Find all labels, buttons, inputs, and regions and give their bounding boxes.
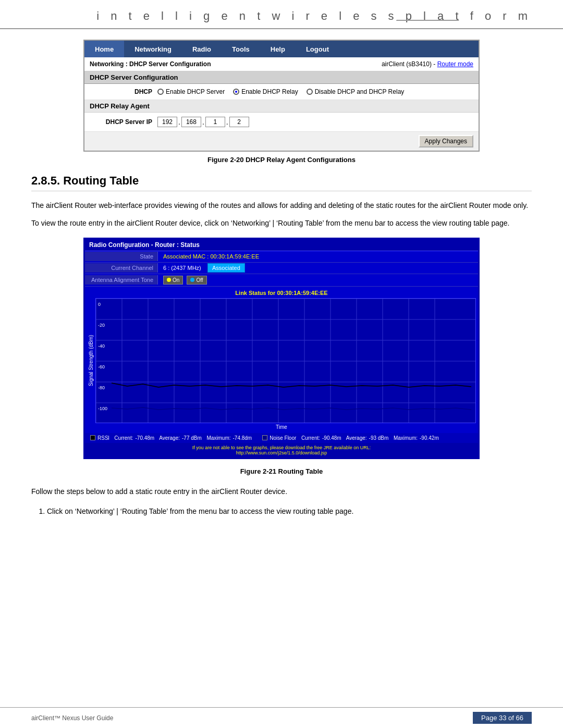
- svg-text:-80: -80: [98, 385, 105, 390]
- chart-note-2: http://www.sun.com/j2se/1.5.0/download.j…: [87, 450, 476, 455]
- antenna-on-dot: [167, 278, 171, 282]
- legend-rssi: RSSl Current: -70.48m Average: -77 dBm M…: [90, 435, 252, 441]
- svg-text:0: 0: [98, 302, 101, 307]
- routing-antenna-row: Antenna Alignment Tone On Off: [85, 274, 478, 287]
- chart-area: Link Status for 00:30:1A:59:4E:EE Signal…: [85, 287, 478, 433]
- dhcp-radio-disable-label: Disable DHCP and DHCP Relay: [315, 88, 405, 95]
- chart-note: If you are not able to see the graphs, p…: [85, 443, 478, 458]
- section-heading: 2.8.5. Routing Table: [31, 174, 532, 191]
- associated-badge: Associated: [207, 263, 245, 273]
- routing-state-row: State Associated MAC : 00:30:1A:59:4E:EE: [85, 251, 478, 263]
- legend-noise-label: Noise Floor: [270, 435, 296, 441]
- breadcrumb-right-text: airClient (sB3410) -: [382, 60, 437, 68]
- nav-radio[interactable]: Radio: [182, 41, 222, 57]
- page-footer: airClient™ Nexus User Guide Page 33 of 6…: [0, 707, 563, 728]
- breadcrumb-right: airClient (sB3410) - Router mode: [382, 60, 473, 68]
- svg-text:-100: -100: [98, 406, 107, 411]
- dhcp-server-ip-row: DHCP Server IP . . .: [84, 113, 479, 132]
- ui-actions-bar: Apply Changes: [84, 132, 479, 151]
- svg-text:-20: -20: [98, 323, 105, 328]
- footer-left: airClient™ Nexus User Guide: [31, 714, 113, 722]
- ip-octet-1[interactable]: [157, 117, 177, 127]
- dhcp-radio-enable-server[interactable]: Enable DHCP Server: [157, 88, 225, 95]
- radio-enable-relay-icon[interactable]: [233, 89, 239, 95]
- chart-legend: RSSl Current: -70.48m Average: -77 dBm M…: [85, 433, 478, 443]
- nav-tools[interactable]: Tools: [222, 41, 260, 57]
- antenna-off-dot: [190, 278, 194, 282]
- page-header: i n t e l l i g e n t w i r e l e s s p …: [0, 0, 563, 29]
- chart-inner: 0 -20 -40 -60 -80 -100: [95, 298, 476, 423]
- nav-networking[interactable]: Networking: [124, 41, 182, 57]
- radio-disable-icon[interactable]: [307, 89, 313, 95]
- chart-svg: 0 -20 -40 -60 -80 -100: [96, 299, 475, 423]
- ip-dot-1: .: [178, 118, 180, 126]
- routing-channel-label: Current Channel: [85, 263, 158, 273]
- legend-rssi-average: -77 dBm: [182, 435, 202, 441]
- dhcp-form-row: DHCP Enable DHCP Server Enable DHCP Rela…: [84, 84, 479, 100]
- antenna-off-button[interactable]: Off: [187, 276, 206, 285]
- ip-octet-4[interactable]: [229, 117, 249, 127]
- svg-text:-60: -60: [98, 364, 105, 369]
- antenna-on-button[interactable]: On: [163, 276, 183, 285]
- legend-noise-average: -93 dBm: [369, 435, 389, 441]
- nav-help[interactable]: Help: [260, 41, 296, 57]
- legend-rssi-label: RSSl: [97, 435, 109, 441]
- dhcp-server-ip-input: . . .: [157, 117, 249, 127]
- dhcp-radio-group: Enable DHCP Server Enable DHCP Relay Dis…: [157, 88, 404, 95]
- apply-changes-button[interactable]: Apply Changes: [419, 135, 473, 147]
- ip-dot-3: .: [226, 118, 228, 126]
- dhcp-radio-enable-relay-label: Enable DHCP Relay: [241, 88, 298, 95]
- routing-state-label: State: [85, 252, 158, 261]
- ip-dot-2: .: [202, 118, 204, 126]
- step-1: Click on ‘Networking’ | ‘Routing Table’ …: [47, 505, 532, 517]
- router-mode-link[interactable]: Router mode: [437, 60, 473, 68]
- chart-container: Signal Strength (dBm): [87, 298, 476, 423]
- dhcp-radio-enable-server-label: Enable DHCP Server: [166, 88, 225, 95]
- legend-noise-icon: [262, 435, 267, 440]
- ip-octet-3[interactable]: [205, 117, 225, 127]
- chart-title: Link Status for 00:30:1A:59:4E:EE: [87, 290, 476, 296]
- dhcp-radio-disable[interactable]: Disable DHCP and DHCP Relay: [307, 88, 405, 95]
- nav-logout[interactable]: Logout: [296, 41, 339, 57]
- dhcp-label: DHCP: [90, 88, 157, 95]
- figure2-caption: Figure 2-21 Routing Table: [31, 467, 532, 475]
- body-text-2: To view the route entry in the airClient…: [31, 217, 532, 229]
- svg-text:-40: -40: [98, 343, 105, 349]
- legend-noise: Noise Floor Current: -90.48m Average: -9…: [262, 435, 439, 441]
- follow-text: Follow the steps below to add a static r…: [31, 486, 532, 497]
- routing-antenna-value: On Off: [158, 274, 478, 286]
- breadcrumb-bar: Networking : DHCP Server Configuration a…: [84, 57, 479, 71]
- routing-channel-value: 6 : (2437 MHz) Associated: [158, 263, 478, 273]
- legend-rssi-icon: [90, 435, 95, 440]
- dhcp-section-header: DHCP Server Configuration: [84, 71, 479, 84]
- routing-state-value: Associated MAC : 00:30:1A:59:4E:EE: [158, 252, 478, 261]
- legend-noise-current: -90.48m: [322, 435, 341, 441]
- header-tagline: i n t e l l i g e n t w i r e l e s s p …: [96, 9, 532, 22]
- figure1-caption: Figure 2-20 DHCP Relay Agent Configurati…: [31, 156, 532, 164]
- radio-enable-server-icon[interactable]: [157, 89, 164, 95]
- dhcp-screenshot: Home Networking Radio Tools Help Logout …: [83, 40, 480, 152]
- chart-x-label: Time: [87, 424, 476, 430]
- nav-home[interactable]: Home: [84, 41, 124, 57]
- routing-screenshot: Radio Configuration - Router : Status St…: [83, 238, 480, 459]
- svg-rect-0: [96, 299, 475, 423]
- legend-rssi-maximum: -74.8dm: [233, 435, 252, 441]
- relay-section-header: DHCP Relay Agent: [84, 100, 479, 113]
- ip-octet-2[interactable]: [181, 117, 201, 127]
- routing-section-header: Radio Configuration - Router : Status: [85, 239, 478, 251]
- footer-right: Page 33 of 66: [473, 712, 532, 724]
- dhcp-server-ip-label: DHCP Server IP: [90, 118, 157, 126]
- chart-note-1: If you are not able to see the graphs, p…: [87, 445, 476, 450]
- routing-antenna-label: Antenna Alignment Tone: [85, 275, 158, 285]
- ui-nav-bar: Home Networking Radio Tools Help Logout: [84, 41, 479, 57]
- legend-rssi-current: -70.48m: [135, 435, 154, 441]
- legend-noise-maximum: -90.42m: [420, 435, 439, 441]
- chart-y-label: Signal Strength (dBm): [87, 298, 95, 423]
- dhcp-radio-enable-relay[interactable]: Enable DHCP Relay: [233, 88, 298, 95]
- body-text-1: The airClient Router web-interface provi…: [31, 200, 532, 211]
- breadcrumb-left: Networking : DHCP Server Configuration: [90, 60, 211, 68]
- steps-list: Click on ‘Networking’ | ‘Routing Table’ …: [47, 505, 532, 517]
- routing-channel-row: Current Channel 6 : (2437 MHz) Associate…: [85, 263, 478, 274]
